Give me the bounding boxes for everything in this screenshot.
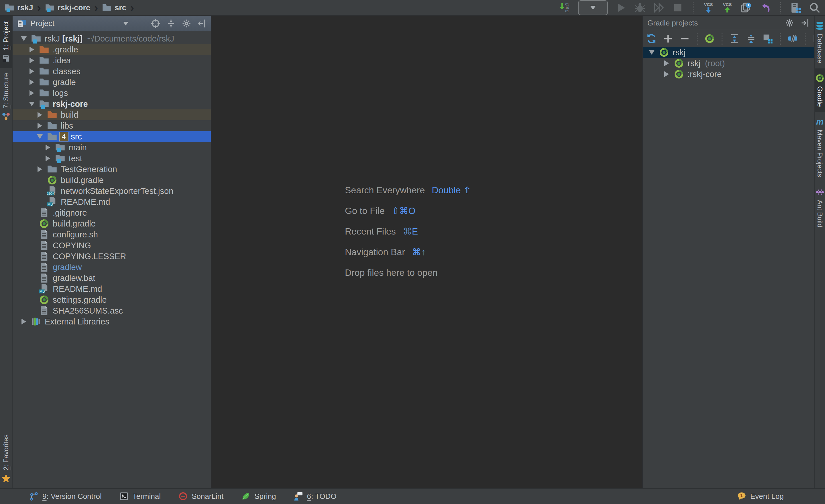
tree-item-copying[interactable]: COPYING xyxy=(13,240,211,251)
stripe-tab-label: 1: Project xyxy=(2,21,10,50)
tree-item-gradlew[interactable]: gradlew xyxy=(13,262,211,273)
gradle-group-modules-button[interactable] xyxy=(762,33,773,44)
gradle-toggle-offline-button[interactable] xyxy=(788,33,798,44)
tree-item--idea[interactable]: .idea xyxy=(13,55,211,66)
breadcrumb-item-rskj-core[interactable]: rskj-core xyxy=(45,3,90,13)
tree-item-configure-sh[interactable]: configure.sh xyxy=(13,229,211,240)
tree-item-label: build xyxy=(61,110,78,120)
settings-gear-icon[interactable] xyxy=(181,19,192,28)
tree-expander[interactable] xyxy=(660,61,673,66)
status-item-versioncontrol[interactable]: 9: Version Control xyxy=(29,492,102,501)
tree-item-readme-md[interactable]: MDREADME.md xyxy=(13,283,211,295)
tree-item-external-libraries[interactable]: External Libraries xyxy=(13,316,211,327)
tree-item-build-gradle[interactable]: build.gradle xyxy=(13,175,211,185)
stripe-tab-Database[interactable]: Database xyxy=(815,16,825,69)
tree-expander[interactable] xyxy=(25,90,39,96)
tree-item--gradle[interactable]: .gradle xyxy=(13,44,211,55)
status-item-terminal[interactable]: Terminal xyxy=(120,492,161,501)
gradle-icon xyxy=(659,47,669,58)
hide-left-icon[interactable] xyxy=(197,19,207,28)
gradle-item-label: rskj xyxy=(687,59,700,68)
tree-item-logs[interactable]: logs xyxy=(13,88,211,98)
status-item-spring[interactable]: Spring xyxy=(241,492,276,501)
tree-item-testgeneration[interactable]: TestGeneration xyxy=(13,164,211,175)
tree-item--gitignore[interactable]: .gitignore xyxy=(13,207,211,218)
gradle-remove-button[interactable] xyxy=(679,33,690,44)
gradle-tree-item-rskj[interactable]: rskj(root) xyxy=(643,58,814,69)
source-folder-icon xyxy=(55,142,65,153)
tree-item-gradle[interactable]: gradle xyxy=(13,77,211,88)
stripe-tab-Gradle[interactable]: Gradle xyxy=(815,69,825,112)
vcs-commit-button[interactable]: VCS xyxy=(722,2,733,13)
settings-gear-icon[interactable] xyxy=(785,18,794,27)
tree-item-copying-lesser[interactable]: COPYING.LESSER xyxy=(13,251,211,262)
gradle-add-button[interactable] xyxy=(663,33,673,44)
collapsed-arrow-icon xyxy=(29,47,34,53)
tree-expander[interactable] xyxy=(645,50,658,55)
status-item-eventlog[interactable]: 1Event Log xyxy=(737,492,784,501)
tree-item-libs[interactable]: libs xyxy=(13,120,211,131)
editor-area[interactable]: Search EverywhereDouble ⇧Go to File⇧⌘ORe… xyxy=(211,16,642,488)
gradle-collapse-all-button[interactable] xyxy=(746,33,756,44)
tree-expander[interactable] xyxy=(660,71,673,77)
stripe-tab-structure[interactable]: 7: Structure xyxy=(0,68,12,126)
tree-expander[interactable] xyxy=(25,47,39,53)
project-view-dropdown-arrow[interactable] xyxy=(123,22,128,25)
tree-expander[interactable] xyxy=(17,319,30,324)
tree-expander[interactable] xyxy=(41,156,55,161)
tree-item-label: classes xyxy=(53,67,80,76)
gradle-gradle-button[interactable] xyxy=(704,33,715,44)
gradle-refresh-button[interactable] xyxy=(646,33,657,44)
tree-expander[interactable] xyxy=(33,166,47,172)
search-everywhere-button[interactable] xyxy=(809,2,820,13)
breadcrumb-item-src[interactable]: src xyxy=(102,3,126,13)
stripe-tab-project[interactable]: 1: Project xyxy=(0,16,12,68)
tree-expander[interactable] xyxy=(41,145,55,150)
tree-expander[interactable] xyxy=(25,102,39,106)
vcs-update-button[interactable]: VCS xyxy=(703,2,714,13)
stripe-tab-favorites[interactable]: 2: Favorites xyxy=(0,429,12,488)
tree-expander[interactable] xyxy=(33,112,47,118)
tree-item-classes[interactable]: classes xyxy=(13,66,211,77)
locate-icon[interactable] xyxy=(151,19,160,28)
tree-item-main[interactable]: main xyxy=(13,142,211,153)
tree-item-sha256sums-asc[interactable]: SHA256SUMS.asc xyxy=(13,305,211,316)
tree-expander[interactable] xyxy=(25,79,39,85)
gradle-expand-all-button[interactable] xyxy=(729,33,740,44)
stripe-tab-Ant Build[interactable]: Ant Build xyxy=(815,182,825,233)
tree-item-test[interactable]: test xyxy=(13,153,211,164)
recent-changes-button[interactable] xyxy=(741,2,752,13)
tree-item-src[interactable]: 4src xyxy=(13,131,211,142)
tree-item-path: ~/Documents/code/rskJ xyxy=(87,34,174,44)
collapse-all-panel-icon[interactable] xyxy=(166,19,176,28)
hide-right-icon[interactable] xyxy=(800,18,810,27)
gradle-icon xyxy=(674,69,684,79)
tree-expander[interactable] xyxy=(25,58,39,63)
gradle-tree-item-rskj[interactable]: rskj xyxy=(643,47,814,58)
tree-expander[interactable] xyxy=(17,36,30,41)
tree-item-build[interactable]: build xyxy=(13,109,211,120)
run-config-select[interactable] xyxy=(578,0,608,15)
favorites-star-icon xyxy=(1,474,11,483)
status-item-todo[interactable]: 6: TODO xyxy=(294,492,336,501)
tree-expander[interactable] xyxy=(33,123,47,129)
status-item-sonarlint[interactable]: SonarLint xyxy=(178,492,223,501)
gradle-tree-item--rskj-core[interactable]: :rskj-core xyxy=(643,69,814,80)
stripe-tab-Maven Projects[interactable]: mMaven Projects xyxy=(815,112,825,182)
vcs-checkout-button[interactable]: 011001 xyxy=(559,2,571,13)
tree-expander[interactable] xyxy=(25,69,39,74)
maven-icon: m xyxy=(815,117,824,126)
folder-icon xyxy=(39,55,49,66)
tree-item-rskj[interactable]: rskJ [rskj]~/Documents/code/rskJ xyxy=(13,33,211,44)
tree-item-networkstateexportertest-json[interactable]: JSONnetworkStateExporterTest.json xyxy=(13,185,211,196)
tree-item-build-gradle[interactable]: build.gradle xyxy=(13,218,211,229)
project-structure-button[interactable] xyxy=(790,2,802,13)
tree-expander[interactable] xyxy=(33,134,47,139)
tree-item-settings-gradle[interactable]: settings.gradle xyxy=(13,295,211,305)
tree-item-gradlew-bat[interactable]: gradlew.bat xyxy=(13,273,211,283)
breadcrumb-item-rskJ[interactable]: rskJ xyxy=(5,3,33,13)
svg-text:MD: MD xyxy=(48,202,53,206)
tree-item-rskj-core[interactable]: rskj-core xyxy=(13,98,211,109)
revert-button[interactable] xyxy=(759,2,771,13)
tree-item-readme-md[interactable]: MDREADME.md xyxy=(13,196,211,207)
